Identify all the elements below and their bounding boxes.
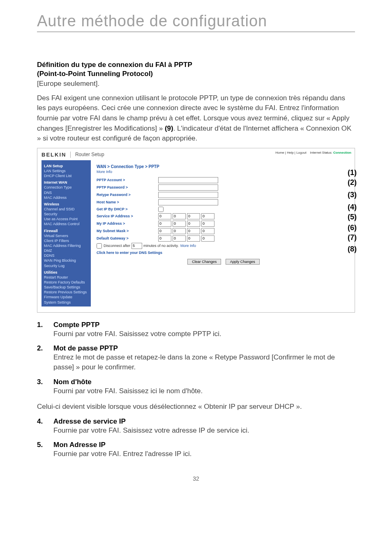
sidebar-head-lan: LAN Setup: [44, 164, 88, 168]
section-heading-line2: (Point-to-Point Tunneling Protocol): [37, 70, 355, 78]
input-gateway-3[interactable]: [187, 235, 200, 242]
sidebar-item[interactable]: Save/Backup Settings: [44, 285, 88, 290]
list-item-3: 3. Nom d'hôte Fourni par votre FAI. Sais…: [37, 378, 355, 396]
callout-1: (1): [348, 168, 357, 177]
label-pptp-account: PPTP Account >: [97, 178, 158, 182]
row-disconnect: Disconnect after minutes of no activity.…: [97, 243, 350, 249]
sidebar-item[interactable]: WAN Ping Blocking: [44, 258, 88, 263]
section-heading-line1: Définition du type de connexion du FAI à…: [37, 61, 355, 69]
sidebar-item[interactable]: Security: [44, 212, 88, 217]
header-links[interactable]: Home | Help | Logout: [275, 151, 306, 154]
sidebar-item[interactable]: Connection Type: [44, 185, 88, 190]
input-service-ip-1[interactable]: [158, 213, 171, 219]
europe-only: [Europe seulement].: [37, 79, 355, 89]
sidebar-item[interactable]: Restore Previous Settings: [44, 290, 88, 295]
label-subnet: My Subnet Mask >: [97, 229, 158, 233]
sidebar-item[interactable]: Firmware Update: [44, 295, 88, 300]
sidebar-item[interactable]: Use as Access Point: [44, 217, 88, 221]
input-my-ip-1[interactable]: [158, 221, 171, 227]
label-service-ip: Service IP Address >: [97, 214, 158, 218]
internet-status-value: Connection: [333, 151, 351, 154]
item-heading: Nom d'hôte: [53, 378, 355, 386]
clear-changes-button[interactable]: Clear Changes: [187, 259, 221, 265]
apply-changes-button[interactable]: Apply Changes: [226, 259, 260, 265]
sidebar-item[interactable]: DHCP Client List: [44, 173, 88, 178]
callout-2: (2): [348, 178, 357, 187]
sidebar-item[interactable]: DMZ: [44, 248, 88, 253]
input-gateway-1[interactable]: [158, 235, 171, 242]
checkbox-get-ip-dhcp[interactable]: [158, 207, 164, 212]
input-service-ip-4[interactable]: [201, 213, 214, 219]
input-gateway-2[interactable]: [173, 235, 186, 242]
item-number: 5.: [37, 441, 53, 449]
router-screenshot: BELKIN Router Setup Home | Help | Logout…: [37, 148, 355, 313]
page-number: 32: [37, 475, 355, 482]
input-my-ip-3[interactable]: [187, 221, 200, 227]
sidebar-head-firewall: Firewall: [44, 228, 88, 233]
input-subnet-3[interactable]: [187, 228, 200, 234]
sidebar-item[interactable]: Security Log: [44, 263, 88, 268]
row-get-ip-dhcp: Get IP By DHCP >: [97, 207, 350, 212]
label-retype-password: Retype Password >: [97, 193, 158, 197]
breadcrumb: WAN > Connection Type > PPTP: [97, 164, 350, 169]
input-pptp-password[interactable]: [158, 184, 218, 191]
item-heading: Mon Adresse IP: [53, 441, 355, 449]
page-title: Autre méthode de configuration: [37, 12, 355, 30]
input-subnet-4[interactable]: [201, 228, 214, 234]
callout-6: (6): [348, 224, 357, 232]
item-text: Fourni par votre FAI. Saisissez ici le n…: [53, 386, 355, 396]
item-number: 2.: [37, 344, 53, 353]
sidebar-item[interactable]: MAC Address Control: [44, 221, 88, 226]
item-text: Entrez le mot de passe et retapez-le dan…: [53, 353, 355, 372]
row-host-name: Host Name >: [97, 199, 350, 205]
disconnect-more-info-link[interactable]: More Info: [180, 244, 196, 248]
input-subnet-1[interactable]: [158, 228, 171, 234]
callout-7: (7): [348, 233, 357, 242]
item-heading: Mot de passe PPTP: [53, 344, 355, 353]
sidebar-item[interactable]: Client IP Filters: [44, 238, 88, 243]
sidebar-item[interactable]: MAC Address: [44, 195, 88, 200]
intro-callout-9: (9): [165, 124, 173, 132]
input-my-ip-2[interactable]: [173, 221, 186, 227]
input-disconnect-minutes[interactable]: [131, 243, 142, 249]
sidebar-item[interactable]: Restart Router: [44, 275, 88, 280]
input-subnet-2[interactable]: [173, 228, 186, 234]
callout-4: (4): [348, 203, 357, 212]
input-service-ip-2[interactable]: [173, 213, 186, 219]
label-get-ip-dhcp: Get IP By DHCP >: [97, 207, 158, 211]
list-item-2: 2. Mot de passe PPTP Entrez le mot de pa…: [37, 344, 355, 372]
item-text: Fourni par votre FAI. Saisissez votre co…: [53, 329, 355, 339]
row-service-ip: Service IP Address >: [97, 213, 350, 219]
dhcp-note: Celui-ci devient visible lorsque vous dé…: [37, 402, 355, 412]
sidebar-item[interactable]: Channel and SSID: [44, 207, 88, 212]
checkbox-disconnect[interactable]: [97, 243, 102, 249]
label-disconnect: Disconnect after: [104, 244, 130, 248]
callout-5: (5): [348, 213, 357, 221]
input-host-name[interactable]: [158, 199, 218, 205]
sidebar-item[interactable]: DDNS: [44, 253, 88, 258]
sidebar-head-wan: Internet WAN: [44, 180, 88, 185]
list-item-4: 4. Adresse de service IP Fournie par vot…: [37, 417, 355, 436]
item-heading: Compte PPTP: [53, 321, 355, 329]
sidebar-item[interactable]: MAC Address Filtering: [44, 243, 88, 248]
dns-settings-link[interactable]: Click here to enter your DNS Settings: [97, 251, 350, 255]
label-host-name: Host Name >: [97, 200, 158, 204]
item-number: 1.: [37, 321, 53, 329]
row-retype-password: Retype Password >: [97, 192, 350, 198]
sidebar-item[interactable]: System Settings: [44, 300, 88, 305]
more-info-link[interactable]: More Info: [97, 170, 350, 174]
label-my-ip: My IP Address >: [97, 221, 158, 226]
input-pptp-account[interactable]: [158, 177, 218, 183]
sidebar-item[interactable]: Virtual Servers: [44, 233, 88, 238]
sidebar-item[interactable]: Restore Factory Defaults: [44, 280, 88, 285]
list-item-1: 1. Compte PPTP Fourni par votre FAI. Sai…: [37, 321, 355, 339]
sidebar-item[interactable]: LAN Settings: [44, 168, 88, 173]
brand-logo: BELKIN: [42, 152, 71, 158]
input-gateway-4[interactable]: [201, 235, 214, 242]
input-retype-password[interactable]: [158, 192, 218, 198]
input-service-ip-3[interactable]: [187, 213, 200, 219]
input-my-ip-4[interactable]: [201, 221, 214, 227]
sidebar-item[interactable]: DNS: [44, 190, 88, 195]
sidebar-head-utilities: Utilities: [44, 270, 88, 275]
button-row: Clear Changes Apply Changes: [97, 259, 350, 265]
